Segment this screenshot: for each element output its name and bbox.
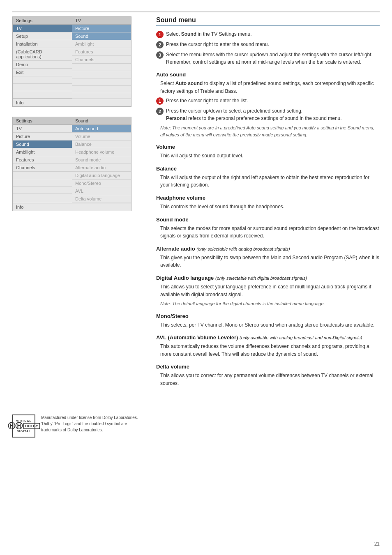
menu2-volume-item[interactable]: Volume bbox=[72, 133, 131, 140]
balance-text: This will adjust the output of the right… bbox=[156, 174, 380, 189]
balance-title: Balance bbox=[156, 166, 380, 172]
menu1-exit-item[interactable]: Exit bbox=[13, 69, 72, 76]
autosound-step1-circle: 1 bbox=[156, 97, 164, 105]
alternate-audio-text: This gives you the possibility to swap b… bbox=[156, 254, 380, 269]
menu2-channels-item[interactable]: Channels bbox=[13, 164, 72, 172]
auto-sound-intro: Select Auto sound to display a list of p… bbox=[156, 80, 380, 95]
step1-circle: 1 bbox=[156, 31, 164, 38]
menu1-col2-title: TV bbox=[72, 17, 131, 25]
step2-circle: 2 bbox=[156, 41, 164, 48]
avl-text: This automatically reduces the volume di… bbox=[156, 343, 380, 358]
menu1-col1-title: Settings bbox=[13, 17, 72, 25]
digital-audio-title: Digital Audio language (only selectable … bbox=[156, 275, 380, 281]
menu2-col2-title: Sound bbox=[72, 117, 131, 125]
autosound-step2-text: Press the cursor up/down to select a pre… bbox=[166, 107, 342, 122]
menu2-avl-item[interactable]: AVL bbox=[72, 187, 131, 195]
autosound-step1: 1 Press the cursor right to enter the li… bbox=[156, 97, 380, 105]
menu1-empty1 bbox=[13, 76, 72, 84]
digital-audio-text: This allows you to select your language … bbox=[156, 283, 380, 298]
delta-volume-title: Delta volume bbox=[156, 364, 380, 370]
menu2-autosound-item[interactable]: Auto sound bbox=[72, 125, 131, 133]
menu2-col1-empty2 bbox=[13, 179, 72, 187]
menu1-tv-item[interactable]: TV bbox=[13, 25, 72, 32]
menu2-ambilight-item[interactable]: Ambilight bbox=[13, 148, 72, 156]
menu2-col1: Settings TV Picture Sound Ambilight Feat… bbox=[13, 117, 72, 203]
dolby-disclaimer: Manufactured under license from Dolby La… bbox=[41, 415, 138, 433]
menu2-picture-item[interactable]: Picture bbox=[13, 133, 72, 140]
menu1-ambilight-item[interactable]: Ambilight bbox=[72, 40, 131, 48]
delta-volume-text: This allows you to correct for any perma… bbox=[156, 372, 380, 387]
menu1-installation-item[interactable]: Installation bbox=[13, 40, 72, 48]
menu1-sound-item[interactable]: Sound bbox=[72, 32, 131, 40]
alternate-audio-title: Alternate audio (only selectable with an… bbox=[156, 246, 380, 252]
dolby-logo: VIRTUAL ⒽⒽ DOLBY DIGITAL bbox=[12, 415, 35, 438]
step-2: 2 Press the cursor right to enter the so… bbox=[156, 41, 380, 48]
menu1-features-item[interactable]: Features bbox=[72, 48, 131, 56]
step2-text: Press the cursor right to enter the soun… bbox=[166, 41, 269, 48]
auto-sound-note: Note: The moment you are in a predefined… bbox=[156, 124, 380, 138]
menu2-balance-item[interactable]: Balance bbox=[72, 140, 131, 148]
menu2-sound-item[interactable]: Sound bbox=[13, 140, 72, 148]
menu1-col2: TV Picture Sound Ambilight Features Chan… bbox=[72, 17, 131, 99]
avl-title: AVL (Automatic Volume Leveler) (only ava… bbox=[156, 334, 380, 341]
headphone-volume-text: This controls the level of sound through… bbox=[156, 203, 380, 211]
menu1-col2-empty3 bbox=[72, 78, 131, 86]
menu1-setup-item[interactable]: Setup bbox=[13, 32, 72, 40]
menu1-col2-empty4 bbox=[72, 86, 131, 93]
auto-sound-title: Auto sound bbox=[156, 71, 380, 78]
menu2-headphone-item[interactable]: Headphone volume bbox=[72, 148, 131, 156]
menu1-picture-item[interactable]: Picture bbox=[72, 25, 131, 32]
menu2-tv-item[interactable]: TV bbox=[13, 125, 72, 133]
dolby-dd-symbol: ⒽⒽ bbox=[8, 422, 23, 430]
menu1-empty2 bbox=[13, 84, 72, 91]
menu-box-2: Settings TV Picture Sound Ambilight Feat… bbox=[12, 117, 131, 211]
menu1-col2-empty1 bbox=[72, 64, 131, 71]
autosound-step1-text: Press the cursor right to enter the list… bbox=[166, 97, 248, 104]
step1-text: Select Sound in the TV Settings menu. bbox=[166, 30, 252, 38]
menu1-demo-item[interactable]: Demo bbox=[13, 61, 72, 69]
sound-mode-text: This selects the modes for more spatial … bbox=[156, 225, 380, 240]
menu2-digitalaudio-item[interactable]: Digital audio language bbox=[72, 172, 131, 180]
autosound-step2-circle: 2 bbox=[156, 108, 164, 115]
menu1-footer: Info bbox=[13, 99, 131, 106]
menu2-monostereo-item[interactable]: Mono/Stereo bbox=[72, 180, 131, 187]
menu2-soundmode-item[interactable]: Sound mode bbox=[72, 156, 131, 164]
menu2-footer: Info bbox=[13, 203, 131, 211]
headphone-volume-title: Headphone volume bbox=[156, 195, 380, 201]
dolby-middle: ⒽⒽ DOLBY bbox=[8, 422, 40, 430]
left-column: Settings TV Setup Installation (CableCAR… bbox=[12, 16, 140, 389]
menu-box-1: Settings TV Setup Installation (CableCAR… bbox=[12, 16, 131, 107]
menu2-col1-empty3 bbox=[13, 187, 72, 194]
autosound-step2: 2 Press the cursor up/down to select a p… bbox=[156, 107, 380, 122]
footer-area: VIRTUAL ⒽⒽ DOLBY DIGITAL Manufactured un… bbox=[0, 406, 392, 446]
menu2-col1-empty1 bbox=[13, 172, 72, 179]
menu2-altaudio-item[interactable]: Alternate audio bbox=[72, 164, 131, 172]
menu2-deltavolume-item[interactable]: Delta volume bbox=[72, 195, 131, 203]
menu2-col2: Sound Auto sound Volume Balance Headphon… bbox=[72, 117, 131, 203]
menu2-features-item[interactable]: Features bbox=[13, 156, 72, 164]
menu1-channels-item[interactable]: Channels bbox=[72, 56, 131, 64]
step3-text: Select the menu items with the cursor up… bbox=[166, 51, 373, 66]
menu1-cablecard-item[interactable]: (CableCARD applications) bbox=[13, 48, 72, 61]
volume-title: Volume bbox=[156, 144, 380, 150]
menu1-empty3 bbox=[13, 91, 72, 99]
menu1-col1: Settings TV Setup Installation (CableCAR… bbox=[13, 17, 72, 99]
right-column: Sound menu 1 Select Sound in the TV Sett… bbox=[148, 16, 380, 389]
step-1: 1 Select Sound in the TV Settings menu. bbox=[156, 30, 380, 38]
mono-stereo-text: This selects, per TV channel, Mono or St… bbox=[156, 321, 380, 329]
sound-menu-title: Sound menu bbox=[156, 16, 380, 26]
top-rule bbox=[12, 12, 380, 12]
step-3: 3 Select the menu items with the cursor … bbox=[156, 51, 380, 66]
mono-stereo-title: Mono/Stereo bbox=[156, 313, 380, 319]
menu2-col1-title: Settings bbox=[13, 117, 72, 125]
dolby-brand-text: DOLBY bbox=[23, 423, 40, 429]
dolby-digital-text: DIGITAL bbox=[17, 430, 31, 433]
sound-mode-title: Sound mode bbox=[156, 216, 380, 223]
page-number: 21 bbox=[374, 541, 380, 547]
digital-audio-note: Note: The default language for the digit… bbox=[156, 300, 380, 307]
menu1-col2-empty2 bbox=[72, 71, 131, 78]
step3-circle: 3 bbox=[156, 51, 164, 59]
volume-text: This will adjust the sound output level. bbox=[156, 152, 380, 160]
